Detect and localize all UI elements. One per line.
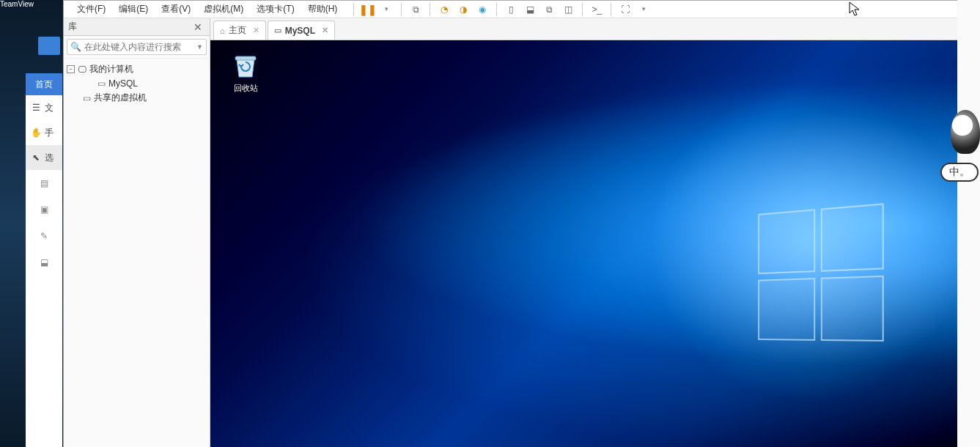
library-title: 库 — [68, 21, 77, 33]
layout-1-button[interactable]: ▯ — [503, 1, 519, 18]
monitor-icon: 🖵 — [77, 64, 87, 75]
chevron-down-icon[interactable]: ▼ — [196, 43, 203, 51]
toolbar-separator — [611, 3, 611, 16]
toolbar-separator — [582, 3, 583, 16]
fullscreen-dropdown[interactable]: ▼ — [636, 1, 652, 18]
menu-vm[interactable]: 虚拟机(M) — [198, 1, 249, 18]
vm-toolbar: ❚❚ ▼ ⧉ ◔ ◑ ◉ ▯ ⬓ ⧉ ◫ >_ ⛶ ▼ — [357, 1, 655, 18]
vm-tabs: ⌂ 主页 ✕ ▭ MySQL ✕ — [210, 18, 957, 40]
menu-icon: ☰ — [30, 102, 42, 114]
chevron-down-icon: ▼ — [383, 6, 389, 12]
library-header: 库 ✕ — [64, 18, 210, 36]
vmware-window: 文件(F) 编辑(E) 查看(V) 虚拟机(M) 选项卡(T) 帮助(H) ❚❚… — [63, 0, 957, 447]
sidebar-pen-button[interactable]: ✎ — [26, 223, 62, 249]
win10-logo — [758, 203, 884, 341]
sidebar-item-select[interactable]: ⬉ 选 — [26, 145, 62, 170]
vm-menu-text: 文件(F) 编辑(E) 查看(V) 虚拟机(M) 选项卡(T) 帮助(H) — [64, 1, 350, 18]
image-icon: ▣ — [40, 204, 48, 215]
console-button[interactable]: >_ — [589, 1, 605, 18]
layout-4-button[interactable]: ◫ — [560, 1, 576, 18]
sidebar-item-label: 手 — [45, 127, 54, 139]
pause-dropdown[interactable]: ▼ — [379, 1, 395, 18]
sidebar-item-hand[interactable]: ✋ 手 — [26, 120, 62, 145]
vm-icon: ▭ — [96, 78, 106, 89]
menu-file[interactable]: 文件(F) — [71, 1, 111, 18]
menu-help[interactable]: 帮助(H) — [302, 1, 344, 18]
fullscreen-button[interactable]: ⛶ — [617, 1, 633, 18]
tree-node-mysql[interactable]: ▭ MySQL — [64, 77, 210, 90]
snapshot-revert-button[interactable]: ◑ — [455, 1, 471, 18]
menu-view[interactable]: 查看(V) — [155, 1, 196, 18]
right-edge-panel — [957, 0, 980, 447]
cursor-icon: ⬉ — [30, 152, 42, 163]
svg-rect-0 — [235, 56, 256, 60]
recycle-bin-label: 回收站 — [224, 83, 268, 94]
library-search: 🔍 ▼ — [64, 36, 210, 59]
tab-home[interactable]: ⌂ 主页 ✕ — [213, 21, 266, 40]
toolbar-separator — [496, 3, 497, 16]
tab-close-button[interactable]: ✕ — [322, 26, 328, 35]
sidebar-list-button[interactable]: ▤ — [26, 170, 62, 196]
sidebar-image-button[interactable]: ▣ — [26, 196, 62, 223]
library-tree: − 🖵 我的计算机 ▭ MySQL ▭ 共享的虚拟机 — [64, 59, 210, 447]
recycle-bin-icon — [231, 51, 260, 80]
tab-close-button[interactable]: ✕ — [253, 26, 259, 35]
ime-indicator[interactable]: 中。 — [940, 163, 979, 182]
menu-tabs[interactable]: 选项卡(T) — [251, 1, 300, 18]
toolbar-separator — [430, 3, 430, 16]
mascot-icon[interactable] — [951, 110, 980, 154]
chevron-down-icon: ▼ — [641, 6, 646, 12]
list-icon: ▤ — [40, 178, 48, 188]
tree-toggle-icon[interactable]: − — [67, 65, 75, 73]
search-icon: 🔍 — [70, 42, 81, 52]
pause-button[interactable]: ❚❚ — [360, 1, 376, 18]
library-close-button[interactable]: ✕ — [191, 21, 205, 33]
sidebar-item-label: 文 — [45, 102, 54, 114]
toolbar-separator — [401, 3, 402, 16]
sidebar-export-button[interactable]: ⬓ — [26, 249, 62, 276]
left-app-sidebar: 首页 ☰ 文 ✋ 手 ⬉ 选 ▤ ▣ ✎ ⬓ — [26, 73, 62, 447]
folder-icon-fragment — [38, 37, 60, 55]
vm-icon: ▭ — [274, 26, 281, 35]
library-search-box[interactable]: 🔍 ▼ — [67, 39, 207, 55]
tree-node-shared[interactable]: ▭ 共享的虚拟机 — [64, 90, 210, 106]
menu-edit[interactable]: 编辑(E) — [113, 1, 154, 18]
export-icon: ⬓ — [40, 257, 48, 267]
hand-icon: ✋ — [30, 127, 42, 138]
pen-icon: ✎ — [40, 231, 48, 241]
sidebar-item-menu[interactable]: ☰ 文 — [26, 95, 62, 120]
vm-body: 库 ✕ 🔍 ▼ − 🖵 我的计算机 ▭ MySQL — [64, 18, 957, 447]
shared-icon: ▭ — [81, 93, 92, 103]
layout-2-button[interactable]: ⬓ — [522, 1, 538, 18]
tree-node-my-computer[interactable]: − 🖵 我的计算机 — [64, 62, 210, 77]
tree-node-label: 我的计算机 — [89, 63, 133, 75]
home-icon: ⌂ — [220, 26, 225, 35]
vm-main: ⌂ 主页 ✕ ▭ MySQL ✕ — [210, 18, 957, 447]
tree-node-label: 共享的虚拟机 — [94, 92, 147, 104]
vm-library-panel: 库 ✕ 🔍 ▼ − 🖵 我的计算机 ▭ MySQL — [64, 18, 210, 447]
teamviewer-fragment: TeamView — [0, 0, 33, 9]
vm-guest-viewport[interactable]: 回收站 — [210, 40, 957, 447]
toolbar-separator — [353, 3, 354, 16]
layout-3-button[interactable]: ⧉ — [541, 1, 557, 18]
vm-menubar: 文件(F) 编辑(E) 查看(V) 虚拟机(M) 选项卡(T) 帮助(H) ❚❚… — [64, 1, 957, 18]
snapshot-take-button[interactable]: ◔ — [436, 1, 452, 18]
recycle-bin-desktop-icon[interactable]: 回收站 — [224, 51, 268, 94]
left-sidebar-header[interactable]: 首页 — [26, 73, 62, 95]
tab-label: 主页 — [229, 24, 246, 37]
sidebar-item-label: 选 — [45, 152, 54, 164]
snapshot-manage-button[interactable]: ◉ — [474, 1, 490, 18]
library-search-input[interactable] — [84, 42, 196, 52]
tree-node-label: MySQL — [108, 78, 138, 89]
tab-label: MySQL — [285, 26, 315, 36]
tab-mysql[interactable]: ▭ MySQL ✕ — [268, 21, 335, 40]
snapshot-button[interactable]: ⧉ — [408, 1, 424, 18]
